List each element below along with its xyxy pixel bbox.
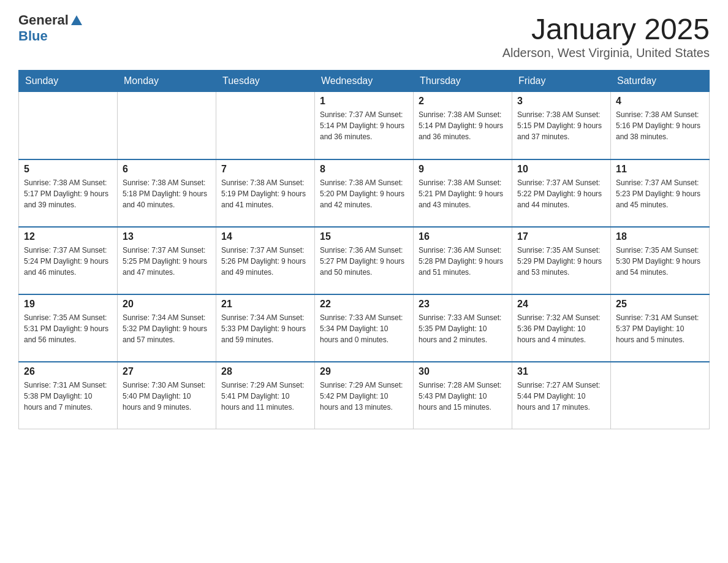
day-number: 25: [616, 299, 704, 310]
day-number: 13: [123, 231, 211, 242]
calendar-subtitle: Alderson, West Virginia, United States: [502, 46, 710, 60]
day-info: Sunrise: 7:30 AM Sunset: 5:40 PM Dayligh…: [123, 380, 211, 413]
day-number: 18: [616, 231, 704, 242]
day-info: Sunrise: 7:35 AM Sunset: 5:29 PM Dayligh…: [517, 245, 605, 278]
day-info: Sunrise: 7:37 AM Sunset: 5:23 PM Dayligh…: [616, 177, 704, 210]
calendar-cell: 25Sunrise: 7:31 AM Sunset: 5:37 PM Dayli…: [611, 294, 710, 362]
column-header-wednesday: Wednesday: [315, 71, 414, 92]
column-header-saturday: Saturday: [611, 71, 710, 92]
logo: General Blue: [18, 12, 83, 44]
day-number: 20: [123, 299, 211, 310]
calendar-cell: 12Sunrise: 7:37 AM Sunset: 5:24 PM Dayli…: [19, 227, 118, 294]
day-info: Sunrise: 7:37 AM Sunset: 5:25 PM Dayligh…: [123, 245, 211, 278]
calendar-cell: 6Sunrise: 7:38 AM Sunset: 5:18 PM Daylig…: [118, 159, 216, 227]
day-info: Sunrise: 7:37 AM Sunset: 5:26 PM Dayligh…: [221, 245, 309, 278]
day-info: Sunrise: 7:36 AM Sunset: 5:28 PM Dayligh…: [419, 245, 507, 278]
logo-blue-text: Blue: [18, 28, 48, 44]
day-number: 10: [517, 164, 605, 175]
day-info: Sunrise: 7:28 AM Sunset: 5:43 PM Dayligh…: [419, 380, 507, 413]
day-info: Sunrise: 7:38 AM Sunset: 5:19 PM Dayligh…: [221, 177, 309, 210]
day-number: 24: [517, 299, 605, 310]
day-number: 3: [517, 96, 605, 107]
day-info: Sunrise: 7:35 AM Sunset: 5:30 PM Dayligh…: [616, 245, 704, 278]
column-header-friday: Friday: [512, 71, 611, 92]
day-number: 19: [24, 299, 112, 310]
logo-triangle-icon: [70, 14, 83, 26]
day-info: Sunrise: 7:31 AM Sunset: 5:38 PM Dayligh…: [24, 380, 112, 413]
day-info: Sunrise: 7:36 AM Sunset: 5:27 PM Dayligh…: [320, 245, 408, 278]
day-number: 15: [320, 231, 408, 242]
day-number: 17: [517, 231, 605, 242]
calendar-cell: [118, 92, 216, 159]
calendar-cell: 24Sunrise: 7:32 AM Sunset: 5:36 PM Dayli…: [512, 294, 611, 362]
calendar-title: January 2025: [502, 12, 710, 46]
day-info: Sunrise: 7:33 AM Sunset: 5:35 PM Dayligh…: [419, 312, 507, 345]
day-number: 23: [419, 299, 507, 310]
day-number: 28: [221, 366, 309, 377]
day-number: 22: [320, 299, 408, 310]
calendar-cell: 7Sunrise: 7:38 AM Sunset: 5:19 PM Daylig…: [216, 159, 315, 227]
calendar-cell: 4Sunrise: 7:38 AM Sunset: 5:16 PM Daylig…: [611, 92, 710, 159]
day-info: Sunrise: 7:38 AM Sunset: 5:17 PM Dayligh…: [24, 177, 112, 210]
calendar-cell: [19, 92, 118, 159]
calendar-cell: 2Sunrise: 7:38 AM Sunset: 5:14 PM Daylig…: [414, 92, 512, 159]
day-info: Sunrise: 7:37 AM Sunset: 5:22 PM Dayligh…: [517, 177, 605, 210]
day-number: 9: [419, 164, 507, 175]
day-info: Sunrise: 7:31 AM Sunset: 5:37 PM Dayligh…: [616, 312, 704, 345]
calendar-cell: 5Sunrise: 7:38 AM Sunset: 5:17 PM Daylig…: [19, 159, 118, 227]
day-number: 4: [616, 96, 704, 107]
calendar-cell: [611, 362, 710, 429]
day-info: Sunrise: 7:38 AM Sunset: 5:16 PM Dayligh…: [616, 109, 704, 142]
calendar-cell: 15Sunrise: 7:36 AM Sunset: 5:27 PM Dayli…: [315, 227, 414, 294]
day-info: Sunrise: 7:27 AM Sunset: 5:44 PM Dayligh…: [517, 380, 605, 413]
day-info: Sunrise: 7:37 AM Sunset: 5:24 PM Dayligh…: [24, 245, 112, 278]
calendar-cell: 10Sunrise: 7:37 AM Sunset: 5:22 PM Dayli…: [512, 159, 611, 227]
calendar-cell: [216, 92, 315, 159]
title-area: January 2025 Alderson, West Virginia, Un…: [502, 12, 710, 60]
calendar-cell: 27Sunrise: 7:30 AM Sunset: 5:40 PM Dayli…: [118, 362, 216, 429]
week-row-4: 19Sunrise: 7:35 AM Sunset: 5:31 PM Dayli…: [19, 294, 710, 362]
calendar-cell: 31Sunrise: 7:27 AM Sunset: 5:44 PM Dayli…: [512, 362, 611, 429]
day-info: Sunrise: 7:38 AM Sunset: 5:21 PM Dayligh…: [419, 177, 507, 210]
day-info: Sunrise: 7:29 AM Sunset: 5:42 PM Dayligh…: [320, 380, 408, 413]
day-number: 31: [517, 366, 605, 377]
calendar-cell: 21Sunrise: 7:34 AM Sunset: 5:33 PM Dayli…: [216, 294, 315, 362]
calendar-cell: 17Sunrise: 7:35 AM Sunset: 5:29 PM Dayli…: [512, 227, 611, 294]
day-number: 16: [419, 231, 507, 242]
calendar-cell: 20Sunrise: 7:34 AM Sunset: 5:32 PM Dayli…: [118, 294, 216, 362]
day-number: 2: [419, 96, 507, 107]
day-info: Sunrise: 7:37 AM Sunset: 5:14 PM Dayligh…: [320, 109, 408, 142]
day-number: 5: [24, 164, 112, 175]
week-row-5: 26Sunrise: 7:31 AM Sunset: 5:38 PM Dayli…: [19, 362, 710, 429]
calendar-cell: 28Sunrise: 7:29 AM Sunset: 5:41 PM Dayli…: [216, 362, 315, 429]
logo-general-text: General: [18, 12, 69, 28]
day-info: Sunrise: 7:38 AM Sunset: 5:18 PM Dayligh…: [123, 177, 211, 210]
calendar-cell: 30Sunrise: 7:28 AM Sunset: 5:43 PM Dayli…: [414, 362, 512, 429]
svg-marker-0: [71, 15, 82, 25]
day-number: 12: [24, 231, 112, 242]
calendar-cell: 3Sunrise: 7:38 AM Sunset: 5:15 PM Daylig…: [512, 92, 611, 159]
day-info: Sunrise: 7:38 AM Sunset: 5:15 PM Dayligh…: [517, 109, 605, 142]
day-number: 11: [616, 164, 704, 175]
day-number: 6: [123, 164, 211, 175]
day-number: 29: [320, 366, 408, 377]
week-row-3: 12Sunrise: 7:37 AM Sunset: 5:24 PM Dayli…: [19, 227, 710, 294]
day-number: 7: [221, 164, 309, 175]
calendar-cell: 16Sunrise: 7:36 AM Sunset: 5:28 PM Dayli…: [414, 227, 512, 294]
day-number: 21: [221, 299, 309, 310]
day-number: 8: [320, 164, 408, 175]
calendar-cell: 19Sunrise: 7:35 AM Sunset: 5:31 PM Dayli…: [19, 294, 118, 362]
column-header-tuesday: Tuesday: [216, 71, 315, 92]
day-number: 1: [320, 96, 408, 107]
calendar-cell: 9Sunrise: 7:38 AM Sunset: 5:21 PM Daylig…: [414, 159, 512, 227]
day-info: Sunrise: 7:38 AM Sunset: 5:14 PM Dayligh…: [419, 109, 507, 142]
day-number: 30: [419, 366, 507, 377]
calendar-cell: 26Sunrise: 7:31 AM Sunset: 5:38 PM Dayli…: [19, 362, 118, 429]
column-header-monday: Monday: [118, 71, 216, 92]
day-info: Sunrise: 7:32 AM Sunset: 5:36 PM Dayligh…: [517, 312, 605, 345]
calendar-cell: 18Sunrise: 7:35 AM Sunset: 5:30 PM Dayli…: [611, 227, 710, 294]
column-header-sunday: Sunday: [19, 71, 118, 92]
calendar-header-row: SundayMondayTuesdayWednesdayThursdayFrid…: [19, 71, 710, 92]
calendar-cell: 13Sunrise: 7:37 AM Sunset: 5:25 PM Dayli…: [118, 227, 216, 294]
day-number: 27: [123, 366, 211, 377]
